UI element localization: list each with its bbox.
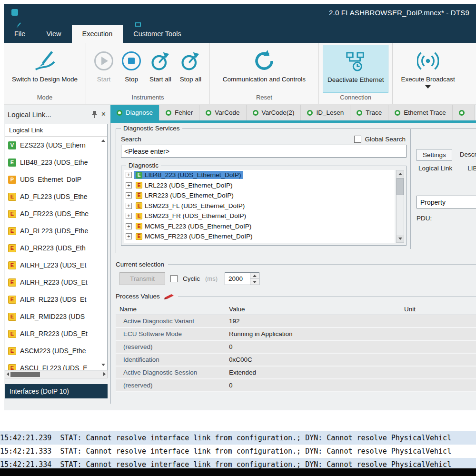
- menu-item[interactable]: Execution: [72, 25, 123, 43]
- start-button[interactable]: Start: [90, 45, 118, 93]
- ribbon-group-label-instruments: Instruments: [86, 93, 209, 104]
- view-tab[interactable]: Diagnose: [110, 105, 159, 120]
- logical-link-item[interactable]: V EZS223 (UDS_Ethern: [5, 137, 107, 154]
- logical-link-value: LIB: [467, 165, 476, 172]
- link-type-icon: V: [8, 141, 16, 149]
- logical-link-item[interactable]: E AILR_RL223 (UDS_Et: [5, 291, 107, 308]
- quick-access-window-icon[interactable]: [135, 22, 141, 27]
- view-tab[interactable]: VarCode(2): [247, 105, 301, 120]
- view-tab[interactable]: [453, 105, 475, 120]
- logical-link-item[interactable]: E AILRH_R223 (UDS_Et: [5, 274, 107, 291]
- switch-to-design-mode-button[interactable]: Switch to Design Mode: [8, 45, 82, 93]
- logical-link-item[interactable]: E ASCM223 (UDS_Ethe: [5, 342, 107, 359]
- start-all-button[interactable]: Start all: [145, 45, 176, 93]
- edit-pen-icon[interactable]: [164, 293, 174, 299]
- interfaces-tab[interactable]: Interfaces (DoIP 10): [5, 384, 108, 398]
- scroll-right-icon[interactable]: [103, 372, 106, 376]
- expander-icon[interactable]: [126, 172, 132, 178]
- section-title: Current selection: [116, 261, 164, 268]
- logical-link-item[interactable]: E AD_RL223 (UDS_Ethe: [5, 222, 107, 239]
- pin-icon[interactable]: [92, 111, 97, 118]
- table-row: Identification 0xC00C: [116, 354, 476, 367]
- communication-and-controls-button[interactable]: Communication and Controls: [218, 45, 310, 93]
- logical-link-item[interactable]: E AD_RR223 (UDS_Eth: [5, 239, 107, 257]
- logical-link-label: ASCU_FL223 (UDS_E: [20, 364, 88, 370]
- tree-item[interactable]: E MCMS_FL223 (UDS_Ethernet_DoIP): [124, 221, 395, 232]
- scrollbar-thumb[interactable]: [10, 372, 40, 377]
- expander-icon[interactable]: [126, 233, 132, 239]
- global-search-checkbox[interactable]: [354, 136, 361, 143]
- logical-link-item[interactable]: E AD_FR223 (UDS_Ethe: [5, 205, 107, 222]
- tab-label: Ethernet Trace: [404, 109, 446, 116]
- current-selection-section: Current selection Transmit Cyclic (ms) 2…: [116, 261, 476, 285]
- logical-link-item[interactable]: E AILRH_L223 (UDS_Et: [5, 257, 107, 274]
- start-all-icon: [150, 46, 171, 76]
- expander-icon[interactable]: [126, 213, 132, 219]
- scroll-down-icon[interactable]: [397, 235, 404, 242]
- list-scroll-down-icon[interactable]: [101, 364, 105, 366]
- execute-broadcast-button[interactable]: Execute Broadcast: [397, 45, 459, 100]
- start-icon: [94, 46, 113, 76]
- tab-settings[interactable]: Settings: [416, 149, 452, 161]
- tree-item[interactable]: E MCMS_FR223 (UDS_Ethernet_DoIP): [124, 231, 395, 242]
- bottom-black-bar: [0, 468, 476, 476]
- log-message: STAT: Cannot resolve interface link from…: [60, 434, 451, 442]
- view-tab[interactable]: VarCode: [199, 105, 246, 120]
- expander-icon[interactable]: [126, 203, 132, 209]
- stepper-down-icon[interactable]: [250, 278, 259, 285]
- tree-item[interactable]: E LIB48_223 (UDS_Ethernet_DoIP): [124, 170, 395, 180]
- property-dropdown[interactable]: Property: [416, 196, 476, 208]
- log-entry[interactable]: 15:42:21.333 STAT: Cannot resolve interf…: [0, 445, 476, 458]
- cyclic-checkbox[interactable]: [170, 275, 178, 282]
- logical-link-item[interactable]: P UDS_Ethernet_DoIP: [5, 171, 107, 188]
- interval-value[interactable]: 2000: [225, 273, 250, 285]
- column-value[interactable]: Value: [229, 306, 404, 313]
- view-tab[interactable]: Fehler: [159, 105, 199, 120]
- tab-status-dot-icon: [206, 110, 211, 116]
- column-name[interactable]: Name: [116, 306, 229, 313]
- global-search-option[interactable]: Global Search: [354, 136, 406, 143]
- view-tab[interactable]: ID_Lesen: [301, 105, 350, 120]
- quick-access-pen-icon[interactable]: [15, 22, 21, 29]
- scrollbar-thumb[interactable]: [397, 178, 404, 195]
- column-unit[interactable]: Unit: [404, 306, 476, 313]
- tree-item[interactable]: E LSM223_FR (UDS_Ethernet_DoIP): [124, 211, 395, 221]
- tree-item[interactable]: E LSM223_FL (UDS_Ethernet_DoIP): [124, 201, 395, 211]
- broadcast-dropdown-caret-icon[interactable]: [425, 85, 431, 89]
- scroll-left-icon[interactable]: [7, 372, 9, 376]
- logical-link-label: AD_FL223 (UDS_Ethe: [20, 193, 88, 200]
- scroll-up-icon[interactable]: [397, 170, 404, 178]
- list-scroll-up-icon[interactable]: [101, 139, 105, 142]
- logical-link-item[interactable]: E AILR_RR223 (UDS_Et: [5, 325, 107, 342]
- horizontal-scrollbar[interactable]: [5, 370, 108, 378]
- deactivate-ethernet-button[interactable]: Deactivate Ethernet: [323, 45, 389, 93]
- menu-item[interactable]: View: [36, 25, 71, 43]
- logical-link-item[interactable]: E ASCU_FL223 (UDS_E: [5, 359, 107, 370]
- logical-link-item[interactable]: E LIB48_223 (UDS_Ethe: [5, 154, 107, 171]
- logical-link-item[interactable]: E AD_FL223 (UDS_Ethe: [5, 188, 107, 205]
- logical-link-label: UDS_Ethernet_DoIP: [20, 176, 81, 183]
- expander-icon[interactable]: [126, 192, 132, 198]
- service-detail-panel: Settings Description Logical Link LIB Pr…: [410, 129, 476, 249]
- menu-item[interactable]: Customer Tools: [123, 25, 191, 43]
- close-icon[interactable]: ×: [101, 110, 106, 118]
- tree-item[interactable]: E LRR223 (UDS_Ethernet_DoIP): [124, 190, 395, 201]
- ribbon-group-mode: Switch to Design Mode Mode: [4, 43, 86, 104]
- column-header-logical-link[interactable]: Logical Link: [5, 124, 107, 137]
- expander-icon[interactable]: [126, 223, 132, 229]
- view-tab[interactable]: Trace: [350, 105, 388, 120]
- view-tab[interactable]: Ethernet Trace: [388, 105, 453, 120]
- log-entry[interactable]: 15:42:21.239 STAT: Cannot resolve interf…: [0, 431, 476, 445]
- tree-scrollbar[interactable]: [396, 170, 404, 243]
- stop-button[interactable]: Stop: [118, 45, 145, 93]
- tree-item[interactable]: E LRL223 (UDS_Ethernet_DoIP): [124, 180, 395, 191]
- stepper-up-icon[interactable]: [250, 273, 259, 278]
- transmit-button[interactable]: Transmit: [119, 272, 165, 285]
- tab-description[interactable]: Description: [454, 149, 476, 161]
- logical-link-item[interactable]: E AILR_RMID223 (UDS: [5, 308, 107, 325]
- stop-all-button[interactable]: Stop all: [176, 45, 206, 93]
- section-divider: [178, 296, 476, 297]
- expander-icon[interactable]: [126, 182, 132, 188]
- interval-stepper[interactable]: 2000: [225, 272, 259, 285]
- search-input[interactable]: [121, 145, 407, 158]
